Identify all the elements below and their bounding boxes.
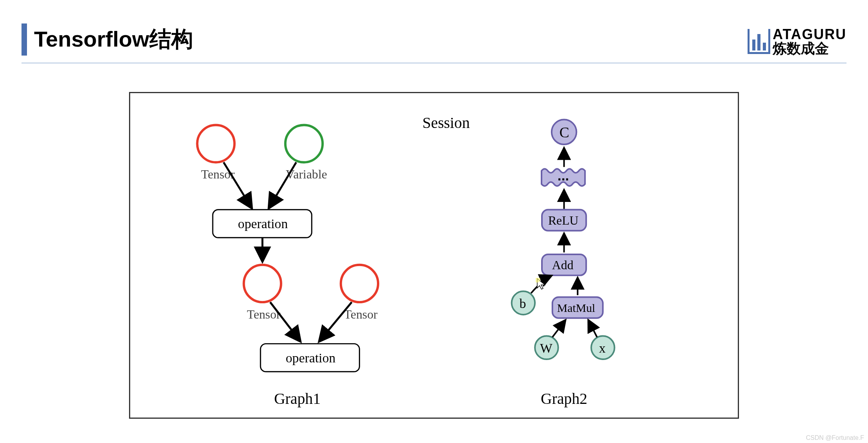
node-x: x: [599, 341, 606, 355]
tensor-label-c: Tensor: [344, 308, 378, 321]
arrow-tensor2-op2: [270, 302, 300, 341]
logo-line-2: 炼数成金: [773, 41, 846, 56]
diagram-box: Session Tensor Variable operation Tensor…: [129, 92, 739, 419]
node-c: C: [560, 124, 569, 140]
variable-circle: [285, 125, 323, 162]
tensor-circle-1: [197, 125, 234, 162]
operation-label-1: operation: [238, 216, 288, 231]
arrow-b-add: [531, 276, 551, 294]
tensor-circle-3: [341, 265, 378, 302]
node-b: b: [519, 296, 526, 311]
logo-bars-icon: [748, 29, 770, 54]
node-dots: ...: [558, 168, 569, 184]
arrow-variable-op1: [269, 162, 296, 208]
node-relu: ReLU: [548, 214, 579, 227]
watermark: CSDN @Fortunate.F: [806, 434, 864, 441]
tensor-circle-2: [244, 265, 281, 302]
arrow-x-matmul: [588, 321, 597, 337]
session-label: Session: [422, 114, 470, 131]
node-matmul: MatMul: [557, 301, 595, 314]
node-add: Add: [552, 258, 574, 272]
page-title: Tensorflow结构: [34, 25, 193, 54]
operation-label-2: operation: [286, 351, 336, 365]
arrow-tensor3-op2: [319, 302, 352, 341]
node-w: W: [540, 341, 552, 355]
arrow-w-matmul: [552, 321, 565, 337]
tensor-label-a: Tensor: [201, 167, 235, 181]
dataguru-logo: ATAGURU 炼数成金: [748, 27, 846, 56]
graph2-label: Graph2: [541, 390, 587, 407]
logo-line-1: ATAGURU: [773, 27, 846, 41]
arrow-tensor-op1: [224, 162, 251, 208]
title-accent-bar: [22, 23, 27, 56]
graph1-label: Graph1: [274, 390, 321, 407]
